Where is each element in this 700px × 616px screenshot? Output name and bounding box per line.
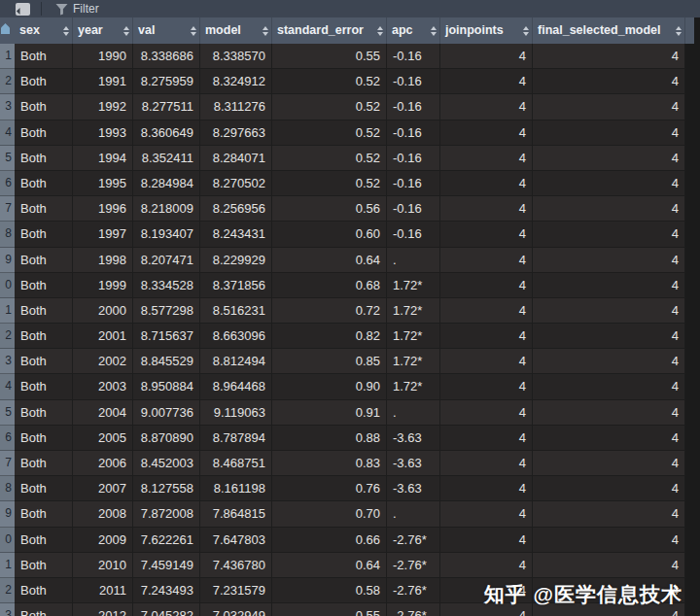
cell-val: 8.715637 [133, 324, 200, 349]
cell-apc: 1.72* [387, 273, 440, 298]
cell-year: 2006 [73, 451, 133, 476]
column-header-val[interactable]: val [133, 17, 200, 44]
cell-joinpoints: 4 [440, 324, 533, 349]
row-number: 0 [0, 528, 15, 553]
cell-final-selected-model: 4 [533, 501, 685, 527]
cell-joinpoints: 4 [440, 553, 533, 578]
cell-apc: -0.16 [387, 94, 440, 120]
cell-joinpoints: 4 [440, 400, 533, 426]
cell-val: 8.193407 [133, 222, 200, 247]
cell-apc: 1.72* [387, 349, 440, 374]
cell-model: 8.371856 [200, 273, 272, 298]
cell-val: 8.284984 [133, 171, 200, 196]
cell-sex: Both [15, 451, 73, 476]
row-number: 7 [0, 451, 15, 476]
cell-model: 8.311276 [200, 94, 272, 120]
row-number: 2 [0, 324, 15, 349]
cell-model: 8.324912 [200, 69, 272, 94]
row-number: 2 [0, 69, 15, 94]
row-number: 8 [0, 476, 15, 501]
row-number: 1 [0, 553, 15, 578]
cell-val: 8.360649 [133, 120, 200, 146]
table-row: 1 Both 2000 8.577298 8.516231 0.72 1.72*… [0, 298, 686, 324]
filter-button[interactable]: Filter [52, 0, 103, 17]
cell-sex: Both [15, 476, 73, 501]
cell-year: 1996 [73, 196, 133, 222]
table-row: 0 Both 2009 7.622261 7.647803 0.66 -2.76… [0, 528, 686, 553]
column-header-apc[interactable]: apc [387, 17, 440, 44]
sort-arrows-icon[interactable] [123, 26, 129, 36]
cell-sex: Both [15, 273, 73, 298]
funnel-icon [55, 3, 68, 16]
cell-joinpoints: 4 [440, 528, 533, 553]
viewer-toolbar: Filter [0, 0, 700, 17]
cell-final-selected-model: 4 [533, 400, 685, 426]
sort-arrows-icon[interactable] [63, 26, 69, 36]
cell-standard-error: 0.52 [272, 69, 387, 94]
cell-apc: -2.76* [387, 528, 440, 553]
sort-arrows-icon[interactable] [377, 26, 383, 36]
table-body[interactable]: 1 Both 1990 8.338686 8.338570 0.55 -0.16… [0, 44, 686, 616]
cell-year: 2009 [73, 528, 133, 553]
table-row: 4 Both 1993 8.360649 8.297663 0.52 -0.16… [0, 120, 686, 146]
cell-final-selected-model: 4 [533, 69, 685, 94]
cell-sex: Both [15, 222, 73, 247]
cell-final-selected-model: 4 [533, 374, 685, 399]
cell-val: 7.872008 [133, 501, 200, 527]
column-header-final-selected-model[interactable]: final_selected_model [533, 17, 685, 44]
cell-sex: Both [15, 426, 73, 451]
cell-model: 8.787894 [200, 426, 272, 451]
cell-apc: 1.72* [387, 324, 440, 349]
cell-sex: Both [15, 349, 73, 374]
cell-joinpoints: 4 [440, 196, 533, 222]
cell-standard-error: 0.66 [272, 528, 387, 553]
cell-val: 8.577298 [133, 298, 200, 324]
cell-joinpoints: 4 [440, 476, 533, 501]
row-number: 0 [0, 273, 15, 298]
column-label: sex [19, 23, 40, 37]
row-number: 4 [0, 374, 15, 399]
cell-year: 1991 [73, 69, 133, 94]
row-number-header[interactable] [0, 17, 15, 44]
sort-arrows-icon[interactable] [523, 26, 529, 36]
sort-arrows-icon[interactable] [262, 26, 268, 36]
column-header-sex[interactable]: sex [15, 17, 73, 44]
cell-model: 7.231579 [200, 578, 272, 603]
cell-sex: Both [15, 69, 73, 94]
row-number: 8 [0, 222, 15, 247]
table-row: 4 Both 2003 8.950884 8.964468 0.90 1.72*… [0, 374, 686, 399]
sort-arrows-icon[interactable] [431, 26, 437, 36]
row-number: 5 [0, 400, 15, 426]
cell-model: 9.119063 [200, 400, 272, 426]
cell-joinpoints: 4 [440, 248, 533, 273]
column-header-standard-error[interactable]: standard_error [272, 17, 387, 44]
sort-arrows-icon[interactable] [191, 26, 196, 36]
cell-sex: Both [15, 298, 73, 324]
cell-standard-error: 0.52 [272, 120, 387, 146]
column-header-model[interactable]: model [200, 17, 272, 44]
cell-val: 8.452003 [133, 451, 200, 476]
cell-apc: 1.72* [387, 298, 440, 324]
column-header-joinpoints[interactable]: joinpoints [440, 17, 533, 44]
cell-val: 7.622261 [133, 528, 200, 553]
table-row: 5 Both 2004 9.007736 9.119063 0.91 . 4 4 [0, 400, 686, 426]
cell-final-selected-model: 4 [533, 298, 685, 324]
cell-standard-error: 0.55 [272, 44, 387, 69]
sort-arrows-icon[interactable] [676, 26, 682, 36]
cell-sex: Both [15, 528, 73, 553]
popout-window-icon[interactable] [16, 3, 30, 16]
cell-model: 8.284071 [200, 146, 272, 171]
table-row: 8 Both 2007 8.127558 8.161198 0.76 -3.63… [0, 476, 686, 501]
cell-standard-error: 0.76 [272, 476, 387, 501]
column-header-year[interactable]: year [73, 17, 133, 44]
cell-sex: Both [15, 374, 73, 399]
cell-year: 2004 [73, 400, 133, 426]
column-label: apc [392, 23, 413, 37]
cell-val: 8.277511 [133, 94, 200, 120]
cell-model: 7.647803 [200, 528, 272, 553]
cell-apc: -2.76* [387, 603, 440, 616]
cell-final-selected-model: 4 [533, 528, 685, 553]
cell-sex: Both [15, 578, 73, 603]
row-number: 4 [0, 120, 15, 146]
cell-apc: . [387, 501, 440, 527]
